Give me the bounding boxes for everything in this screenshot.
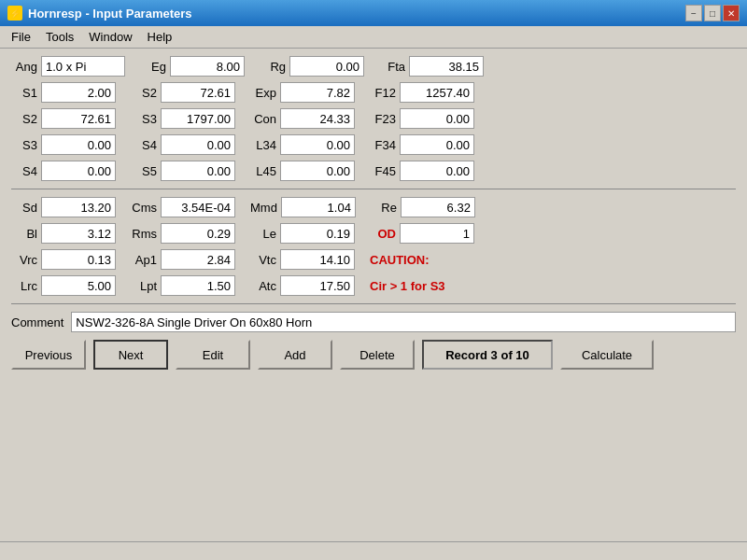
field-f45: F45 (370, 161, 474, 181)
lpt-input[interactable] (161, 275, 235, 296)
s2-input[interactable] (41, 108, 116, 129)
s3-input[interactable] (41, 134, 116, 155)
exp-label: Exp (250, 86, 276, 100)
ap1-input[interactable] (161, 249, 235, 270)
s3-label: S3 (11, 138, 37, 152)
eg-input[interactable] (170, 56, 245, 77)
ang-input[interactable] (41, 56, 125, 77)
con-input[interactable] (280, 108, 355, 129)
menu-bar: File Tools Window Help (0, 26, 747, 49)
rg-input[interactable] (289, 56, 364, 77)
od-input[interactable] (400, 223, 474, 244)
field-ap1: Ap1 (131, 249, 235, 270)
previous-button[interactable]: Previous (11, 340, 86, 370)
vtc-input[interactable] (280, 249, 355, 270)
field-s3: S3 (11, 134, 116, 155)
fta-label: Fta (379, 60, 405, 74)
field-s4: S4 (11, 161, 116, 181)
field-bl: Bl (11, 223, 116, 244)
menu-file[interactable]: File (4, 28, 38, 46)
button-row: Previous Next Edit Add Delete Record 3 o… (11, 340, 736, 370)
cms-input[interactable] (161, 197, 235, 217)
menu-window[interactable]: Window (81, 28, 139, 46)
f34-input[interactable] (400, 134, 474, 155)
exp-input[interactable] (280, 82, 355, 103)
maximize-button[interactable]: □ (704, 5, 721, 21)
next-button[interactable]: Next (93, 340, 168, 370)
f23-label: F23 (370, 112, 396, 126)
f23-input[interactable] (400, 108, 474, 129)
field-lpt: Lpt (131, 275, 235, 296)
fta-input[interactable] (409, 56, 484, 77)
field-s1: S1 (11, 82, 116, 103)
mmd-input[interactable] (281, 197, 356, 217)
atc-input[interactable] (280, 275, 355, 296)
field-f34: F34 (370, 134, 474, 155)
row-sd: Sd Cms Mmd Re (11, 197, 736, 217)
re-input[interactable] (401, 197, 475, 217)
mmd-label: Mmd (250, 201, 277, 215)
field-f12: F12 (370, 82, 474, 103)
f45-input[interactable] (400, 161, 474, 181)
field-f23: F23 (370, 108, 474, 129)
s2-col2-label: S2 (131, 86, 157, 100)
app-icon: ⚡ (7, 6, 22, 21)
delete-button[interactable]: Delete (340, 340, 415, 370)
l34-input[interactable] (280, 134, 355, 155)
field-s2: S2 (11, 108, 116, 129)
s2-col2-input[interactable] (161, 82, 235, 103)
sd-label: Sd (11, 201, 37, 215)
row-s2: S2 S3 Con F23 (11, 108, 736, 129)
row-bl: Bl Rms Le OD (11, 223, 736, 244)
lpt-label: Lpt (131, 279, 157, 293)
field-vtc: Vtc (250, 249, 355, 270)
field-cms: Cms (131, 197, 235, 217)
od-label: OD (370, 227, 396, 241)
field-rms: Rms (131, 223, 235, 244)
f34-label: F34 (370, 138, 396, 152)
divider-1 (11, 189, 736, 189)
field-con: Con (250, 108, 355, 129)
menu-help[interactable]: Help (140, 28, 180, 46)
vtc-label: Vtc (250, 253, 276, 267)
vrc-input[interactable] (41, 249, 116, 270)
field-l45: L45 (250, 161, 355, 181)
l45-input[interactable] (280, 161, 355, 181)
f12-input[interactable] (400, 82, 474, 103)
field-s3-col2: S3 (131, 108, 235, 129)
caution-group: CAUTION: (370, 253, 430, 267)
f45-label: F45 (370, 164, 396, 178)
menu-tools[interactable]: Tools (38, 28, 81, 46)
cms-label: Cms (131, 201, 157, 215)
minimize-button[interactable]: − (685, 5, 702, 21)
s4-input[interactable] (41, 161, 116, 181)
l34-label: L34 (250, 138, 276, 152)
comment-row: Comment (11, 312, 736, 332)
s1-label: S1 (11, 86, 37, 100)
lrc-input[interactable] (41, 275, 116, 296)
calculate-button[interactable]: Calculate (560, 340, 654, 370)
s1-input[interactable] (41, 82, 116, 103)
atc-label: Atc (250, 279, 276, 293)
eg-label: Eg (140, 60, 166, 74)
comment-input[interactable] (71, 312, 736, 332)
bl-input[interactable] (41, 223, 116, 244)
add-button[interactable]: Add (258, 340, 332, 370)
row-s4: S4 S5 L45 F45 (11, 161, 736, 181)
con-label: Con (250, 112, 276, 126)
row-vrc: Vrc Ap1 Vtc CAUTION: (11, 249, 736, 270)
s5-col2-input[interactable] (161, 161, 235, 181)
le-label: Le (250, 227, 276, 241)
rms-input[interactable] (161, 223, 235, 244)
ap1-label: Ap1 (131, 253, 157, 267)
field-lrc: Lrc (11, 275, 116, 296)
field-od: OD (370, 223, 474, 244)
edit-button[interactable]: Edit (176, 340, 250, 370)
f12-label: F12 (370, 86, 396, 100)
le-input[interactable] (280, 223, 355, 244)
s3-col2-input[interactable] (161, 108, 235, 129)
close-button[interactable]: ✕ (723, 5, 740, 21)
s4-col2-input[interactable] (161, 134, 235, 155)
status-bar (0, 541, 747, 560)
sd-input[interactable] (41, 197, 116, 217)
